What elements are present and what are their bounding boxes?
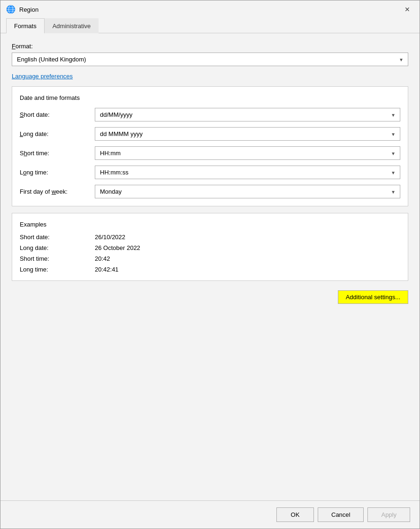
long-time-label: Long time:: [20, 169, 95, 176]
first-day-row: First day of week: Monday Sunday ▼: [20, 185, 400, 198]
example-short-date: Short date: 26/10/2022: [20, 234, 400, 241]
long-time-row: Long time: HH:mm:ss ▼: [20, 166, 400, 179]
tab-formats[interactable]: Formats: [6, 18, 45, 33]
example-long-time: Long time: 20:42:41: [20, 266, 400, 273]
first-day-select[interactable]: Monday Sunday: [95, 185, 400, 198]
examples-group: Examples Short date: 26/10/2022 Long dat…: [12, 213, 408, 281]
tabs-bar: Formats Administrative: [0, 18, 420, 33]
short-time-select-wrapper: HH:mm ▼: [95, 146, 400, 160]
ok-button[interactable]: OK: [276, 507, 314, 522]
close-button[interactable]: ✕: [401, 3, 414, 16]
short-time-row: Short time: HH:mm ▼: [20, 146, 400, 160]
long-date-select-wrapper: dd MMMM yyyy ▼: [95, 127, 400, 141]
cancel-button[interactable]: Cancel: [318, 507, 364, 522]
format-label: Format:: [12, 43, 408, 50]
example-short-date-value: 26/10/2022: [95, 234, 125, 241]
long-time-select-wrapper: HH:mm:ss ▼: [95, 166, 400, 179]
long-date-row: Long date: dd MMMM yyyy ▼: [20, 127, 400, 141]
format-select-wrapper: English (United Kingdom) English (United…: [12, 53, 408, 66]
short-time-label: Short time:: [20, 150, 95, 157]
additional-settings-row: Additional settings...: [12, 287, 408, 307]
example-long-date: Long date: 26 October 2022: [20, 244, 400, 251]
long-date-label: Long date:: [20, 130, 95, 137]
short-date-select[interactable]: dd/MM/yyyy: [95, 108, 400, 121]
first-day-label: First day of week:: [20, 188, 95, 195]
example-long-time-label: Long time:: [20, 266, 95, 273]
main-content: Format: English (United Kingdom) English…: [0, 33, 420, 500]
short-date-select-wrapper: dd/MM/yyyy ▼: [95, 108, 400, 121]
globe-icon: [6, 5, 15, 14]
example-long-date-label: Long date:: [20, 244, 95, 251]
datetime-formats-group: Date and time formats Short date: dd/MM/…: [12, 86, 408, 206]
example-short-time-value: 20:42: [95, 255, 110, 262]
long-time-select[interactable]: HH:mm:ss: [95, 166, 400, 179]
example-long-date-value: 26 October 2022: [95, 244, 140, 251]
short-time-select[interactable]: HH:mm: [95, 146, 400, 160]
tab-administrative[interactable]: Administrative: [45, 18, 99, 33]
examples-title: Examples: [20, 221, 400, 228]
apply-button[interactable]: Apply: [367, 507, 410, 522]
footer: OK Cancel Apply: [0, 500, 420, 529]
region-dialog: Region ✕ Formats Administrative Format: …: [0, 0, 420, 529]
additional-settings-button[interactable]: Additional settings...: [338, 290, 408, 304]
first-day-select-wrapper: Monday Sunday ▼: [95, 185, 400, 198]
datetime-group-title: Date and time formats: [20, 94, 400, 101]
language-preferences-link[interactable]: Language preferences: [12, 73, 408, 80]
example-short-time-label: Short time:: [20, 255, 95, 262]
short-date-row: Short date: dd/MM/yyyy ▼: [20, 108, 400, 121]
title-bar: Region ✕: [0, 0, 420, 18]
short-date-label: Short date:: [20, 111, 95, 118]
example-long-time-value: 20:42:41: [95, 266, 119, 273]
long-date-select[interactable]: dd MMMM yyyy: [95, 127, 400, 141]
example-short-date-label: Short date:: [20, 234, 95, 241]
example-short-time: Short time: 20:42: [20, 255, 400, 262]
window-title: Region: [19, 6, 401, 13]
format-select[interactable]: English (United Kingdom) English (United…: [12, 53, 408, 66]
format-section: Format: English (United Kingdom) English…: [12, 43, 408, 66]
